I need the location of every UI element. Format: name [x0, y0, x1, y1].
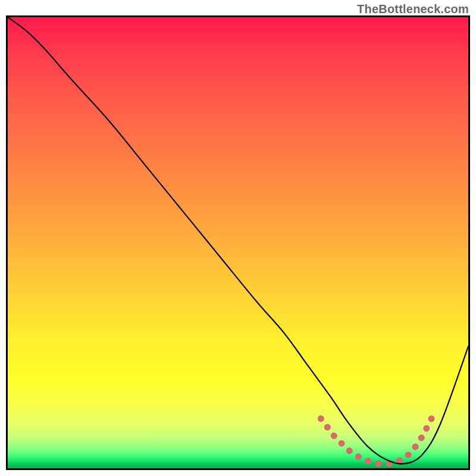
- plot-frame: [6, 15, 470, 470]
- highlight-dots: [321, 419, 431, 464]
- chart-stage: TheBottleneck.com: [0, 0, 476, 476]
- bottleneck-curve-line: [8, 17, 468, 464]
- watermark-text: TheBottleneck.com: [357, 2, 469, 16]
- curve-layer: [8, 17, 468, 468]
